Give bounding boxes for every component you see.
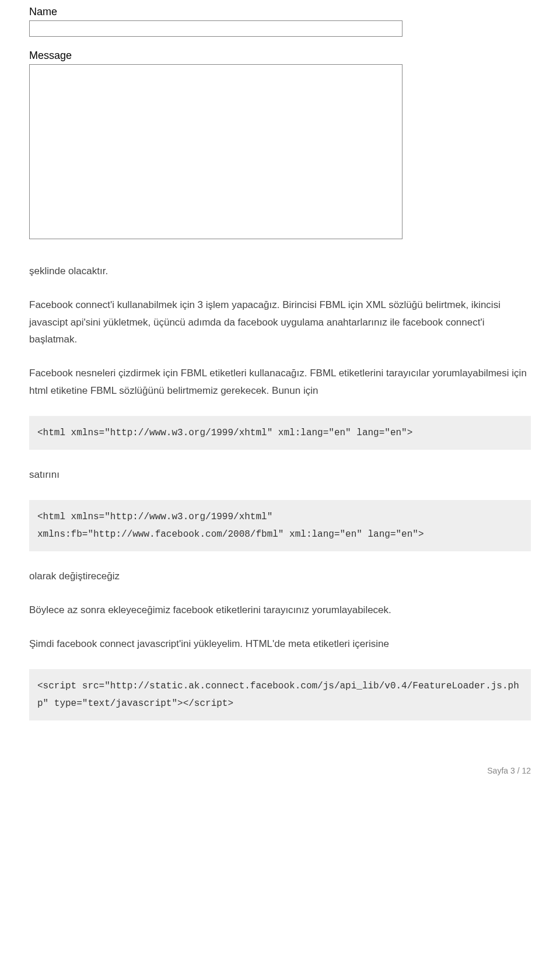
page-number: Sayfa 3 / 12	[487, 766, 531, 775]
paragraph-5: olarak değiştireceğiz	[29, 568, 531, 585]
code-block-1: <html xmlns="http://www.w3.org/1999/xhtm…	[29, 416, 531, 450]
name-input[interactable]	[29, 20, 402, 37]
paragraph-4: satırını	[29, 466, 531, 484]
code-block-3: <script src="http://static.ak.connect.fa…	[29, 669, 531, 721]
message-label: Message	[29, 50, 531, 62]
name-label: Name	[29, 6, 531, 18]
code-block-2: <html xmlns="http://www.w3.org/1999/xhtm…	[29, 500, 531, 552]
paragraph-6: Böylece az sonra ekleyeceğimiz facebook …	[29, 601, 531, 619]
paragraph-1: şeklinde olacaktır.	[29, 263, 531, 280]
page-footer: Sayfa 3 / 12	[0, 754, 560, 787]
paragraph-2: Facebook connect'i kullanabilmek için 3 …	[29, 296, 531, 348]
message-textarea[interactable]	[29, 64, 402, 239]
page-content: Name Message şeklinde olacaktır. Faceboo…	[0, 0, 560, 754]
paragraph-3: Facebook nesneleri çizdirmek için FBML e…	[29, 365, 531, 400]
paragraph-7: Şimdi facebook connect javascript'ini yü…	[29, 635, 531, 653]
